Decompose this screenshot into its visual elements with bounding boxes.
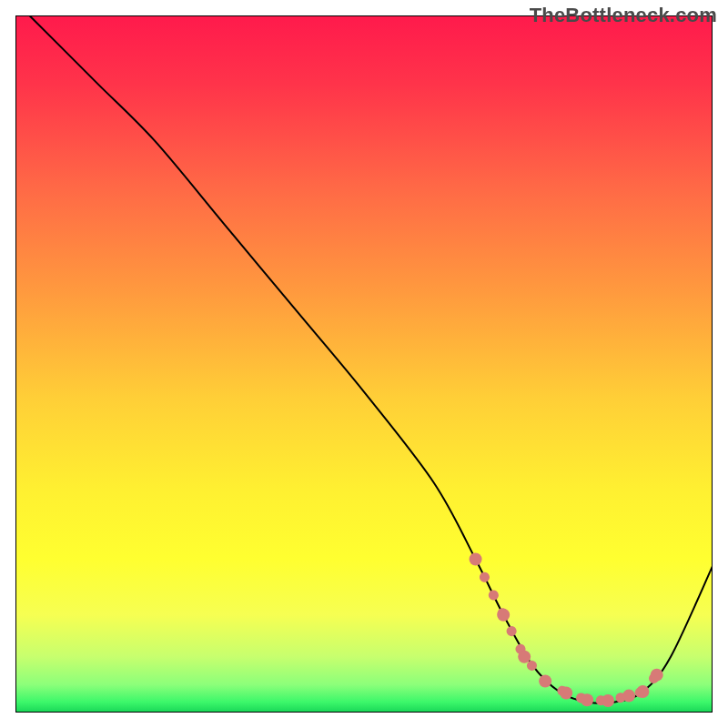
optimal-zone-dot: [539, 675, 551, 688]
optimal-zone-dot: [581, 693, 593, 706]
plot-area: [15, 15, 713, 713]
optimal-zone-dot: [622, 690, 635, 703]
watermark-text: TheBottleneck.com: [530, 4, 717, 27]
chart-svg: [15, 15, 713, 713]
optimal-zone-dot: [518, 651, 531, 663]
optimal-zone-dot: [651, 669, 663, 682]
gradient-background: [15, 15, 713, 713]
optimal-zone-dot: [497, 609, 510, 622]
optimal-zone-dot: [560, 687, 572, 700]
optimal-zone-dot: [602, 694, 614, 707]
optimal-zone-dot: [636, 685, 649, 698]
chart-stage: TheBottleneck.com: [0, 0, 728, 728]
optimal-zone-dot: [470, 552, 482, 565]
